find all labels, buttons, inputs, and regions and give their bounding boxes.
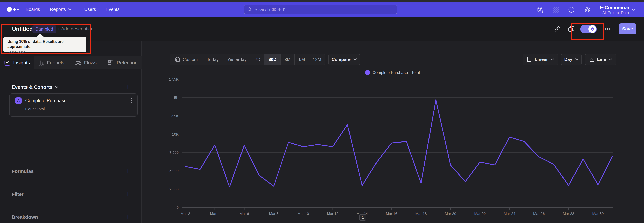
add-formula-button[interactable]: + (126, 168, 130, 175)
global-search[interactable] (244, 5, 397, 14)
svg-text:Mar 12: Mar 12 (327, 211, 338, 216)
svg-text:Mar 18: Mar 18 (416, 211, 427, 216)
mixpanel-logo-icon[interactable] (7, 7, 18, 12)
apps-grid-icon[interactable] (552, 6, 560, 14)
add-to-board-icon[interactable] (567, 25, 576, 33)
add-filter-button[interactable]: + (126, 191, 130, 198)
tooltip-arrow (36, 34, 44, 37)
nav-reports[interactable]: Reports (50, 2, 72, 17)
project-name: E-Commerce (597, 5, 629, 11)
nav-events[interactable]: Events (106, 2, 120, 17)
learn-more-link[interactable]: Learn More (8, 50, 25, 54)
sampling-toggle[interactable] (580, 25, 597, 33)
svg-text:Mar 10: Mar 10 (298, 211, 309, 216)
window-top-strip (0, 0, 644, 2)
pagination-page-1[interactable]: 1 (359, 214, 366, 221)
svg-text:0: 0 (176, 205, 178, 209)
svg-text:Mar 24: Mar 24 (504, 211, 515, 216)
save-button[interactable]: Save (619, 23, 636, 34)
section-filter: Filter + (12, 189, 130, 199)
svg-text:Mar 4: Mar 4 (210, 211, 220, 216)
svg-text:15K: 15K (172, 96, 178, 100)
divider (615, 24, 615, 34)
chevron-down-icon (55, 86, 58, 88)
query-builder-sidebar: Insights Funnels Flows (0, 41, 142, 223)
data-management-icon[interactable] (536, 6, 544, 14)
svg-text:Mar 2: Mar 2 (180, 211, 190, 216)
funnels-icon (38, 59, 44, 66)
mixpanel-insights-page: Boards Reports Users Events (0, 0, 644, 223)
nav-users[interactable]: Users (84, 2, 96, 17)
chevron-down-icon[interactable] (632, 9, 635, 11)
top-navigation-bar: Boards Reports Users Events (0, 2, 644, 17)
chart-panel: Custom Today Yesterday 7D 30D 3M 6M 12M … (142, 41, 644, 223)
svg-text:2,500: 2,500 (170, 187, 178, 191)
line-chart[interactable]: 02,5005,0007,50010K12.5K15K17.5KMar 2Mar… (142, 41, 644, 223)
add-breakdown-button[interactable]: + (126, 213, 130, 221)
help-icon[interactable]: ? (568, 6, 575, 14)
events-cohorts-header: Events & Cohorts + (12, 83, 130, 91)
section-formulas: Formulas + (12, 166, 130, 176)
svg-text:Mar 26: Mar 26 (533, 211, 544, 216)
copy-link-icon[interactable] (553, 25, 562, 33)
chevron-down-icon (68, 8, 72, 11)
event-options-icon[interactable] (130, 97, 133, 104)
svg-text:?: ? (570, 8, 572, 12)
lightning-bolt-icon (590, 27, 594, 32)
event-card[interactable]: A Complete Purchase Count Total (9, 93, 138, 117)
svg-text:7,500: 7,500 (170, 150, 178, 155)
svg-text:Mar 20: Mar 20 (445, 211, 456, 216)
sampling-tooltip: Using 10% of data. Results are approxima… (3, 37, 86, 52)
add-event-button[interactable]: + (126, 83, 130, 90)
svg-text:Mar 28: Mar 28 (563, 211, 574, 216)
retention-icon (108, 59, 114, 66)
nav-boards[interactable]: Boards (26, 2, 40, 17)
svg-text:Mar 16: Mar 16 (386, 211, 397, 216)
svg-text:5,000: 5,000 (170, 169, 178, 173)
event-name: Complete Purchase (25, 98, 66, 103)
more-options-icon[interactable] (603, 25, 612, 33)
settings-gear-icon[interactable] (584, 6, 591, 14)
sampled-badge[interactable]: Sampled (32, 25, 56, 33)
svg-text:12.5K: 12.5K (169, 114, 179, 118)
report-header-bar: Untitled Sampled + Add description... (0, 17, 644, 41)
events-cohorts-dropdown[interactable]: Events & Cohorts (12, 84, 58, 90)
insights-icon (4, 59, 10, 66)
search-input[interactable] (254, 7, 394, 12)
event-metric[interactable]: Count Total (10, 104, 137, 112)
tab-retention[interactable]: Retention (103, 56, 142, 69)
svg-text:Mar 8: Mar 8 (269, 211, 278, 216)
tab-insights[interactable]: Insights (0, 56, 34, 69)
tab-funnels[interactable]: Funnels (34, 56, 68, 69)
svg-text:10K: 10K (172, 132, 178, 137)
section-breakdown: Breakdown + (12, 212, 130, 222)
project-scope: All Project Data (597, 11, 629, 15)
svg-text:17.5K: 17.5K (169, 77, 179, 81)
svg-text:Mar 22: Mar 22 (474, 211, 486, 216)
toggle-knob (588, 25, 596, 33)
svg-text:Mar 30: Mar 30 (592, 211, 604, 216)
project-switcher[interactable]: E-Commerce All Project Data (597, 5, 629, 15)
tooltip-text: Using 10% of data. Results are approxima… (8, 39, 82, 49)
event-letter-badge: A (15, 97, 22, 104)
search-icon (247, 7, 252, 12)
svg-text:Mar 6: Mar 6 (240, 211, 249, 216)
tab-flows[interactable]: Flows (68, 56, 103, 69)
report-type-tabs: Insights Funnels Flows (0, 56, 142, 69)
flows-icon (75, 59, 81, 66)
